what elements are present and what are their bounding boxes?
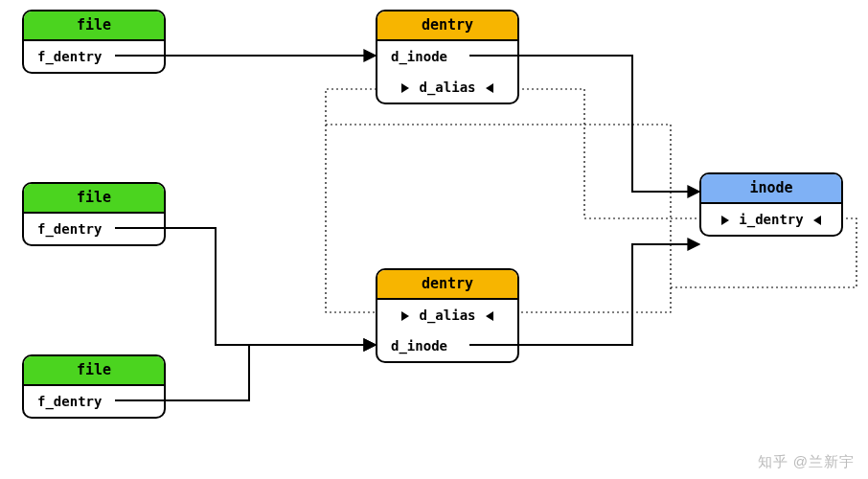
box-file-2-field: f_dentry	[24, 214, 164, 244]
box-dentry-1-header: dentry	[377, 11, 517, 41]
box-file-2: file f_dentry	[22, 182, 166, 246]
box-dentry-1: dentry d_inode d_alias	[376, 10, 519, 104]
box-inode-i-dentry-label: i_dentry	[739, 212, 803, 227]
box-dentry-2-d-alias-label: d_alias	[419, 308, 475, 323]
arrow-in-icon	[486, 83, 493, 93]
box-dentry-1-d-inode: d_inode	[377, 41, 517, 72]
box-inode: inode i_dentry	[699, 172, 843, 237]
box-file-2-header: file	[24, 184, 164, 214]
box-file-1-header: file	[24, 11, 164, 41]
box-file-1-field: f_dentry	[24, 41, 164, 72]
box-file-3-header: file	[24, 356, 164, 386]
box-dentry-2-d-alias: d_alias	[377, 300, 517, 331]
edge-idlist-dalias2-loop	[326, 125, 376, 312]
arrow-in-icon	[486, 311, 493, 321]
box-file-1: file f_dentry	[22, 10, 166, 74]
box-dentry-2-d-inode: d_inode	[377, 331, 517, 361]
box-file-3: file f_dentry	[22, 354, 166, 419]
watermark: 知乎 @兰新宇	[758, 453, 855, 471]
arrow-in-icon	[813, 216, 821, 225]
arrow-in-icon	[721, 216, 729, 225]
box-dentry-2-header: dentry	[377, 270, 517, 300]
box-dentry-2: dentry d_alias d_inode	[376, 268, 519, 363]
arrow-in-icon	[401, 83, 409, 93]
box-dentry-1-d-alias: d_alias	[377, 72, 517, 103]
box-file-3-field: f_dentry	[24, 386, 164, 417]
box-inode-i-dentry: i_dentry	[701, 204, 841, 235]
edge-idlist-idry-to-dalias1-left	[519, 89, 701, 218]
edge-idlist-idry-to-dalias2	[519, 287, 671, 312]
box-inode-header: inode	[701, 174, 841, 204]
arrow-in-icon	[401, 311, 409, 321]
box-dentry-1-d-alias-label: d_alias	[419, 80, 475, 95]
